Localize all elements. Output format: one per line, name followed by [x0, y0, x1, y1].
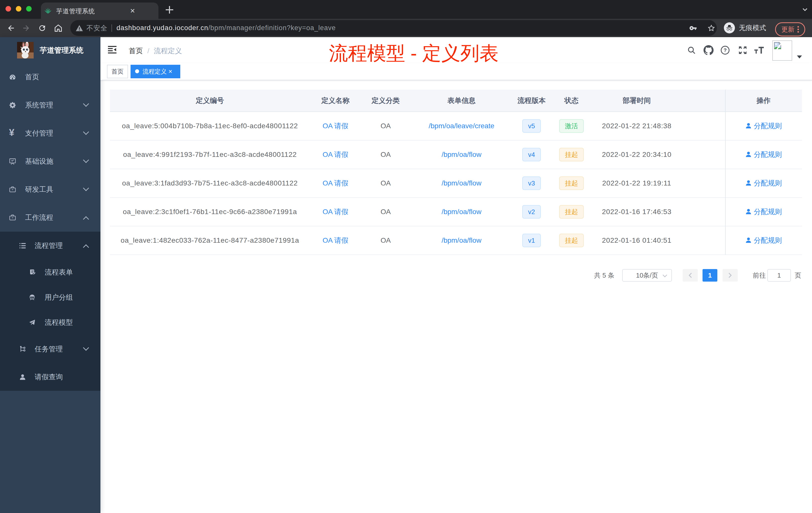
svg-text:?: ? — [724, 47, 727, 53]
